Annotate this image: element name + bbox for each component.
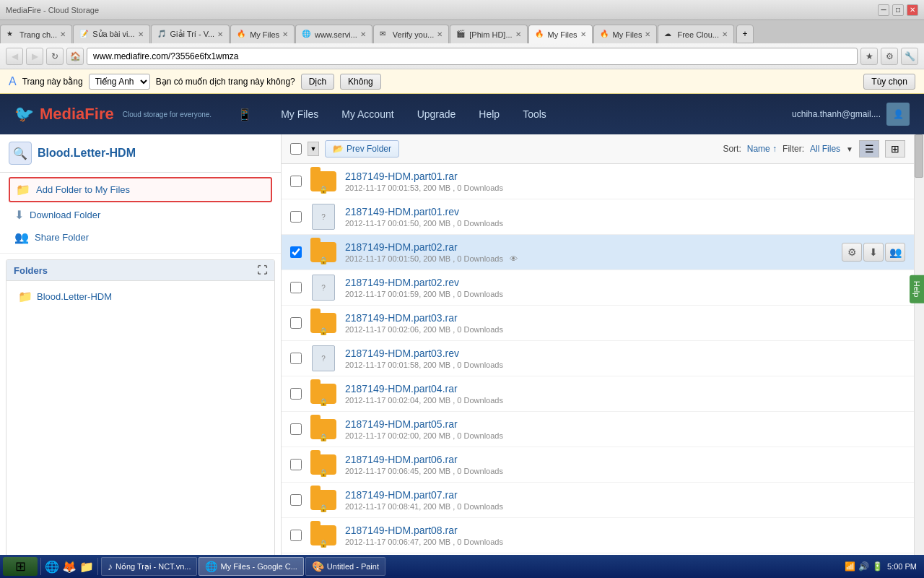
file-row-7[interactable]: 🔒 2187149-HDM.part05.rar 2012-11-17 00:0… (282, 412, 914, 447)
sort-value[interactable]: Name ↑ (747, 144, 777, 154)
file-share-btn-2[interactable]: 👥 (885, 243, 905, 262)
tab-myfiles-active[interactable]: 🔥 My Files ✕ (528, 25, 593, 43)
translate-dich-button[interactable]: Dịch (301, 74, 334, 90)
file-checkbox-2[interactable] (290, 246, 302, 258)
file-checkbox-0[interactable] (290, 176, 302, 187)
nav-upgrade[interactable]: Upgrade (406, 103, 468, 126)
prev-folder-button[interactable]: 📂 Prev Folder (325, 140, 399, 158)
file-name-7[interactable]: 2187149-HDM.part05.rar (345, 418, 905, 430)
translate-khong-button[interactable]: Không (340, 74, 381, 90)
minimize-button[interactable]: ─ (878, 4, 889, 16)
taskbar-item-myfiles[interactable]: 🌐 My Files - Google C... (199, 557, 303, 576)
file-row-4[interactable]: 🔒 2187149-HDM.part03.rar 2012-11-17 00:0… (282, 306, 914, 341)
firefox-icon[interactable]: 🦊 (61, 558, 77, 574)
close-button[interactable]: ✕ (907, 4, 918, 16)
file-checkbox-4[interactable] (290, 317, 302, 329)
tab-free-cloud[interactable]: ☁ Free Clou... ✕ (658, 25, 733, 43)
search-icon-box[interactable]: 🔍 (9, 142, 32, 165)
tab-close-free-cloud[interactable]: ✕ (722, 30, 728, 38)
home-button[interactable]: 🏠 (66, 48, 84, 65)
file-name-10[interactable]: 2187149-HDM.part08.rar (345, 525, 905, 536)
reload-button[interactable]: ↻ (46, 48, 64, 65)
file-row-6[interactable]: 🔒 2187149-HDM.part04.rar 2012-11-17 00:0… (282, 376, 914, 412)
file-checkbox-10[interactable] (290, 530, 302, 541)
start-button[interactable]: ⊞ (3, 557, 38, 576)
tab-close-myfiles-active[interactable]: ✕ (580, 30, 586, 38)
file-name-0[interactable]: 2187149-HDM.part01.rar (345, 171, 905, 182)
forward-button[interactable]: ▶ (26, 48, 43, 65)
folder-tree-item-blood[interactable]: 📁 Blood.Letter-HDM (14, 287, 267, 306)
file-checkbox-8[interactable] (290, 459, 302, 470)
file-name-3[interactable]: 2187149-HDM.part02.rev (345, 277, 905, 288)
file-row-3[interactable]: ? 2187149-HDM.part02.rev 2012-11-17 00:0… (282, 270, 914, 306)
file-settings-btn-2[interactable]: ⚙ (842, 243, 862, 262)
file-checkbox-6[interactable] (290, 388, 302, 400)
share-folder-button[interactable]: 👥 Share Folder (9, 226, 272, 249)
ie-icon[interactable]: 🌐 (44, 558, 60, 574)
list-view-button[interactable]: ☰ (859, 140, 879, 158)
file-checkbox-3[interactable] (290, 282, 302, 293)
tab-giai-tri[interactable]: 🎵 Giải Trí - V... ✕ (151, 25, 230, 43)
taskbar-item-paint[interactable]: 🎨 Untitled - Paint (305, 557, 385, 576)
maximize-button[interactable]: □ (892, 4, 904, 16)
add-folder-button[interactable]: 📁 Add Folder to My Files (9, 177, 272, 202)
tab-servi[interactable]: 🌐 www.servi... ✕ (295, 25, 372, 43)
settings-button[interactable]: ⚙ (881, 48, 898, 65)
scrollbar-thumb[interactable] (915, 134, 923, 178)
eye-icon-2[interactable]: 👁 (510, 254, 518, 263)
filter-value[interactable]: All Files (810, 144, 840, 154)
file-name-9[interactable]: 2187149-HDM.part07.rar (345, 489, 905, 501)
file-row-5[interactable]: ? 2187149-HDM.part03.rev 2012-11-17 00:0… (282, 341, 914, 376)
file-checkbox-9[interactable] (290, 494, 302, 506)
tab-myfiles1[interactable]: 🔥 My Files ✕ (230, 25, 295, 43)
back-button[interactable]: ◀ (6, 48, 23, 65)
tab-close-trang[interactable]: ✕ (60, 30, 66, 38)
file-checkbox-5[interactable] (290, 353, 302, 364)
file-row-1[interactable]: ? 2187149-HDM.part01.rev 2012-11-17 00:0… (282, 199, 914, 235)
tab-close-verify[interactable]: ✕ (437, 30, 443, 38)
file-name-4[interactable]: 2187149-HDM.part03.rar (345, 312, 905, 324)
file-name-2[interactable]: 2187149-HDM.part02.rar (345, 241, 834, 253)
language-select[interactable]: Tiếng Anh (89, 74, 150, 90)
tab-close-myfiles2[interactable]: ✕ (645, 30, 650, 38)
file-row-9[interactable]: 🔒 2187149-HDM.part07.rar 2012-11-17 00:0… (282, 483, 914, 518)
new-tab-button[interactable]: + (736, 25, 754, 43)
download-folder-button[interactable]: ⬇ Download Folder (9, 204, 272, 226)
tab-close-phim[interactable]: ✕ (515, 30, 521, 38)
nav-tools[interactable]: Tools (511, 103, 558, 126)
nav-my-files[interactable]: My Files (269, 103, 330, 126)
tab-verify[interactable]: ✉ Verify you... ✕ (373, 25, 449, 43)
tab-close-giai-tri[interactable]: ✕ (217, 30, 223, 38)
address-bar[interactable] (87, 48, 858, 65)
tab-close-sua[interactable]: ✕ (138, 30, 144, 38)
user-avatar[interactable]: 👤 (886, 103, 910, 126)
folders-expand-icon[interactable]: ⛶ (257, 264, 267, 276)
wrench-button[interactable]: 🔧 (901, 48, 918, 65)
file-row-10[interactable]: 🔒 2187149-HDM.part08.rar 2012-11-17 00:0… (282, 518, 914, 553)
grid-view-button[interactable]: ⊞ (885, 140, 905, 158)
nav-my-account[interactable]: My Account (330, 103, 405, 126)
file-name-6[interactable]: 2187149-HDM.part04.rar (345, 383, 905, 394)
bookmark-star[interactable]: ★ (860, 48, 878, 65)
file-row-2[interactable]: 🔒 2187149-HDM.part02.rar 2012-11-17 00:0… (282, 235, 914, 270)
select-dropdown[interactable]: ▼ (308, 142, 319, 156)
tab-close-myfiles1[interactable]: ✕ (282, 30, 288, 38)
file-download-btn-2[interactable]: ⬇ (863, 243, 884, 262)
taskbar-item-nct[interactable]: ♪ Nồng Trại - NCT.vn... (101, 557, 197, 576)
select-all-checkbox[interactable] (290, 143, 302, 155)
explorer-icon[interactable]: 📁 (79, 558, 95, 574)
scrollbar-track[interactable] (914, 134, 924, 578)
file-row-8[interactable]: 🔒 2187149-HDM.part06.rar 2012-11-17 00:0… (282, 447, 914, 483)
tab-close-servi[interactable]: ✕ (360, 30, 366, 38)
tab-sua[interactable]: 📝 Sửa bài vi... ✕ (73, 25, 149, 43)
translate-tuy-chon-button[interactable]: Tùy chọn (863, 74, 915, 90)
file-row-0[interactable]: 🔒 2187149-HDM.part01.rar 2012-11-17 00:0… (282, 164, 914, 199)
filter-dropdown-icon[interactable]: ▼ (846, 145, 853, 153)
file-name-1[interactable]: 2187149-HDM.part01.rev (345, 206, 905, 217)
help-tab[interactable]: Help (910, 275, 924, 303)
file-name-5[interactable]: 2187149-HDM.part03.rev (345, 348, 905, 359)
nav-help[interactable]: Help (467, 103, 511, 126)
file-name-8[interactable]: 2187149-HDM.part06.rar (345, 454, 905, 465)
tab-trang[interactable]: ★ Trang ch... ✕ (0, 25, 72, 43)
file-checkbox-7[interactable] (290, 423, 302, 435)
